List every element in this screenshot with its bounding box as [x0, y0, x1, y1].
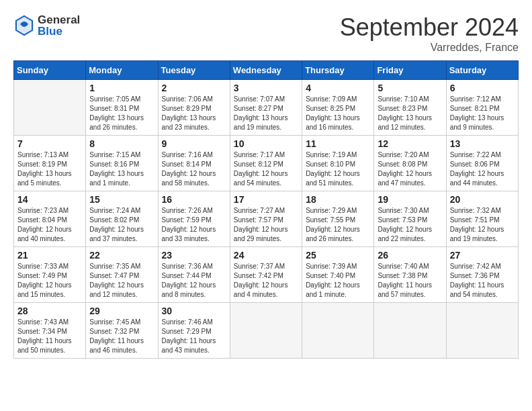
month-title: September 2024	[340, 13, 519, 42]
logo-text: General Blue	[38, 14, 80, 37]
calendar-day: 21Sunrise: 7:33 AM Sunset: 7:49 PM Dayli…	[14, 247, 86, 303]
day-number: 23	[162, 250, 226, 261]
day-info: Sunrise: 7:32 AM Sunset: 7:51 PM Dayligh…	[450, 206, 515, 244]
day-number: 12	[378, 138, 442, 149]
calendar-day: 23Sunrise: 7:36 AM Sunset: 7:44 PM Dayli…	[158, 247, 230, 303]
calendar-day: 18Sunrise: 7:29 AM Sunset: 7:55 PM Dayli…	[302, 191, 374, 247]
day-number: 30	[162, 306, 226, 316]
title-block: September 2024 Varreddes, France	[340, 13, 519, 54]
day-number: 19	[378, 194, 442, 205]
day-info: Sunrise: 7:17 AM Sunset: 8:12 PM Dayligh…	[234, 150, 298, 188]
day-info: Sunrise: 7:36 AM Sunset: 7:44 PM Dayligh…	[162, 262, 226, 300]
day-number: 27	[450, 250, 515, 261]
day-number: 17	[234, 194, 298, 205]
day-info: Sunrise: 7:29 AM Sunset: 7:55 PM Dayligh…	[306, 206, 370, 244]
day-number: 9	[162, 138, 226, 149]
day-info: Sunrise: 7:39 AM Sunset: 7:40 PM Dayligh…	[306, 262, 370, 300]
day-info: Sunrise: 7:07 AM Sunset: 8:27 PM Dayligh…	[234, 95, 298, 132]
calendar-body: 1Sunrise: 7:05 AM Sunset: 8:31 PM Daylig…	[14, 80, 519, 359]
day-number: 13	[450, 138, 515, 149]
day-number: 22	[89, 250, 154, 261]
day-info: Sunrise: 7:35 AM Sunset: 7:47 PM Dayligh…	[89, 262, 154, 300]
calendar-day: 6Sunrise: 7:12 AM Sunset: 8:21 PM Daylig…	[446, 80, 518, 136]
day-number: 24	[234, 250, 298, 261]
day-number: 4	[306, 83, 370, 93]
calendar-day: 13Sunrise: 7:22 AM Sunset: 8:06 PM Dayli…	[446, 136, 518, 191]
calendar-day: 1Sunrise: 7:05 AM Sunset: 8:31 PM Daylig…	[86, 80, 158, 136]
calendar-day: 29Sunrise: 7:45 AM Sunset: 7:32 PM Dayli…	[86, 303, 158, 359]
calendar-day: 27Sunrise: 7:42 AM Sunset: 7:36 PM Dayli…	[446, 247, 518, 303]
calendar-day: 16Sunrise: 7:26 AM Sunset: 7:59 PM Dayli…	[158, 191, 230, 247]
day-number: 6	[450, 83, 515, 93]
calendar-day	[374, 303, 446, 359]
calendar-day	[446, 303, 518, 359]
day-number: 11	[306, 138, 370, 149]
day-info: Sunrise: 7:37 AM Sunset: 7:42 PM Dayligh…	[234, 262, 298, 300]
day-info: Sunrise: 7:09 AM Sunset: 8:25 PM Dayligh…	[306, 95, 370, 132]
calendar-header: SundayMondayTuesdayWednesdayThursdayFrid…	[14, 61, 519, 80]
weekday-header: Wednesday	[230, 61, 302, 80]
subtitle: Varreddes, France	[340, 42, 519, 54]
calendar-day: 5Sunrise: 7:10 AM Sunset: 8:23 PM Daylig…	[374, 80, 446, 136]
logo-icon	[13, 13, 35, 38]
calendar-day: 19Sunrise: 7:30 AM Sunset: 7:53 PM Dayli…	[374, 191, 446, 247]
weekday-header: Tuesday	[158, 61, 230, 80]
day-number: 5	[378, 83, 442, 93]
day-info: Sunrise: 7:23 AM Sunset: 8:04 PM Dayligh…	[17, 206, 82, 244]
calendar-day: 7Sunrise: 7:13 AM Sunset: 8:19 PM Daylig…	[14, 136, 86, 191]
day-info: Sunrise: 7:16 AM Sunset: 8:14 PM Dayligh…	[162, 150, 226, 188]
calendar-week-row: 1Sunrise: 7:05 AM Sunset: 8:31 PM Daylig…	[14, 80, 519, 136]
calendar-day: 22Sunrise: 7:35 AM Sunset: 7:47 PM Dayli…	[86, 247, 158, 303]
day-info: Sunrise: 7:05 AM Sunset: 8:31 PM Dayligh…	[89, 95, 154, 132]
day-info: Sunrise: 7:12 AM Sunset: 8:21 PM Dayligh…	[450, 95, 515, 132]
calendar-day	[230, 303, 302, 359]
calendar-week-row: 21Sunrise: 7:33 AM Sunset: 7:49 PM Dayli…	[14, 247, 519, 303]
calendar-day: 17Sunrise: 7:27 AM Sunset: 7:57 PM Dayli…	[230, 191, 302, 247]
calendar-day: 30Sunrise: 7:46 AM Sunset: 7:29 PM Dayli…	[158, 303, 230, 359]
day-info: Sunrise: 7:42 AM Sunset: 7:36 PM Dayligh…	[450, 262, 515, 300]
day-number: 29	[89, 306, 154, 316]
day-info: Sunrise: 7:33 AM Sunset: 7:49 PM Dayligh…	[17, 262, 82, 300]
calendar-day: 14Sunrise: 7:23 AM Sunset: 8:04 PM Dayli…	[14, 191, 86, 247]
day-info: Sunrise: 7:45 AM Sunset: 7:32 PM Dayligh…	[89, 318, 154, 355]
day-number: 7	[17, 138, 82, 149]
day-number: 14	[17, 194, 82, 205]
calendar-day: 9Sunrise: 7:16 AM Sunset: 8:14 PM Daylig…	[158, 136, 230, 191]
day-number: 10	[234, 138, 298, 149]
page-header: General Blue September 2024 Varreddes, F…	[13, 13, 519, 54]
calendar-day: 12Sunrise: 7:20 AM Sunset: 8:08 PM Dayli…	[374, 136, 446, 191]
calendar-day	[302, 303, 374, 359]
weekday-header: Monday	[86, 61, 158, 80]
day-number: 21	[17, 250, 82, 261]
day-info: Sunrise: 7:13 AM Sunset: 8:19 PM Dayligh…	[17, 150, 82, 188]
weekday-header: Thursday	[302, 61, 374, 80]
day-number: 8	[89, 138, 154, 149]
calendar-day: 26Sunrise: 7:40 AM Sunset: 7:38 PM Dayli…	[374, 247, 446, 303]
calendar-day	[14, 80, 86, 136]
weekday-header: Saturday	[446, 61, 518, 80]
weekday-header: Friday	[374, 61, 446, 80]
weekday-header: Sunday	[14, 61, 86, 80]
calendar-week-row: 14Sunrise: 7:23 AM Sunset: 8:04 PM Dayli…	[14, 191, 519, 247]
day-info: Sunrise: 7:19 AM Sunset: 8:10 PM Dayligh…	[306, 150, 370, 188]
day-info: Sunrise: 7:20 AM Sunset: 8:08 PM Dayligh…	[378, 150, 442, 188]
calendar-day: 20Sunrise: 7:32 AM Sunset: 7:51 PM Dayli…	[446, 191, 518, 247]
calendar-week-row: 28Sunrise: 7:43 AM Sunset: 7:34 PM Dayli…	[14, 303, 519, 359]
day-info: Sunrise: 7:43 AM Sunset: 7:34 PM Dayligh…	[17, 318, 82, 355]
day-number: 26	[378, 250, 442, 261]
day-number: 1	[89, 83, 154, 93]
day-number: 25	[306, 250, 370, 261]
weekday-row: SundayMondayTuesdayWednesdayThursdayFrid…	[14, 61, 519, 80]
day-number: 2	[162, 83, 226, 93]
day-number: 28	[17, 306, 82, 316]
day-number: 3	[234, 83, 298, 93]
day-info: Sunrise: 7:26 AM Sunset: 7:59 PM Dayligh…	[162, 206, 226, 244]
calendar-day: 11Sunrise: 7:19 AM Sunset: 8:10 PM Dayli…	[302, 136, 374, 191]
calendar-day: 4Sunrise: 7:09 AM Sunset: 8:25 PM Daylig…	[302, 80, 374, 136]
calendar-day: 25Sunrise: 7:39 AM Sunset: 7:40 PM Dayli…	[302, 247, 374, 303]
day-number: 15	[89, 194, 154, 205]
day-info: Sunrise: 7:10 AM Sunset: 8:23 PM Dayligh…	[378, 95, 442, 132]
calendar-day: 24Sunrise: 7:37 AM Sunset: 7:42 PM Dayli…	[230, 247, 302, 303]
calendar-day: 2Sunrise: 7:06 AM Sunset: 8:29 PM Daylig…	[158, 80, 230, 136]
logo-general: General	[38, 14, 80, 26]
